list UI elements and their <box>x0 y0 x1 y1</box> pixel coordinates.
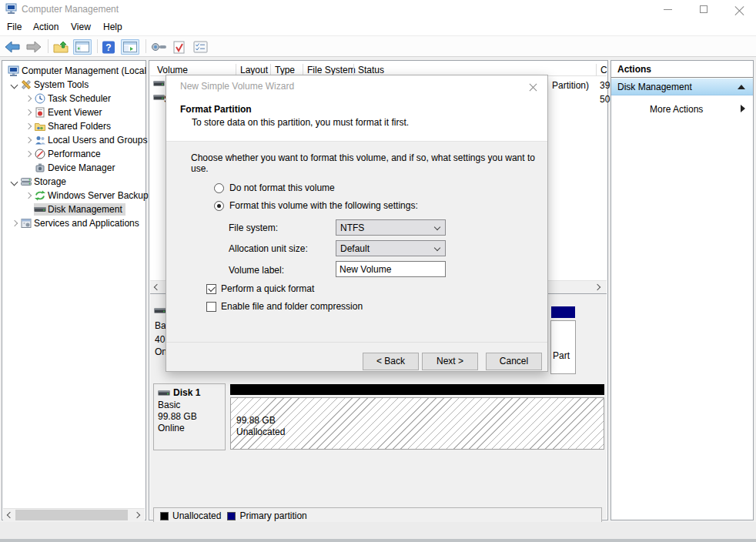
next-button-wizard[interactable]: Next > <box>422 353 478 370</box>
titlebar: Computer Management <box>0 0 756 18</box>
forward-button[interactable] <box>25 39 42 55</box>
tree-item-disk-management[interactable]: Disk Management <box>3 202 145 216</box>
snap-in-button[interactable] <box>150 39 167 55</box>
more-actions-item[interactable]: More Actions <box>611 101 753 118</box>
tree-item-performance[interactable]: Performance <box>3 147 145 161</box>
quick-format-checkbox-row[interactable]: Perform a quick format <box>206 283 314 294</box>
column-file-system[interactable]: File System <box>307 65 356 75</box>
disk0-type-fragment: Ba <box>155 320 166 331</box>
collapse-group-icon[interactable] <box>738 85 745 89</box>
scroll-right-arrow[interactable] <box>133 510 143 520</box>
back-arrow-icon <box>4 41 21 53</box>
checkbox-unchecked-icon[interactable] <box>206 302 216 312</box>
tree-item-device-manager[interactable]: Device Manager <box>3 161 145 175</box>
column-volume[interactable]: Volume <box>157 65 188 75</box>
column-status[interactable]: Status <box>358 65 384 75</box>
show-action-pane-button[interactable] <box>121 39 139 55</box>
computer-icon <box>8 65 22 76</box>
more-actions-label: More Actions <box>650 104 703 115</box>
computer-management-app-icon <box>5 3 18 15</box>
tree-item-shared-folders[interactable]: Shared Folders <box>3 119 145 133</box>
minimize-button[interactable] <box>650 0 685 18</box>
scroll-left-arrow[interactable] <box>152 283 162 293</box>
scroll-right-arrow[interactable] <box>594 283 604 293</box>
toolbar: ? <box>0 36 756 57</box>
tree-horizontal-scrollbar[interactable] <box>3 508 145 521</box>
allocation-unit-size-value: Default <box>340 243 370 254</box>
radio-unchecked-icon[interactable] <box>214 183 224 193</box>
disk0-partition-region[interactable]: Part <box>550 320 576 374</box>
unallocated-swatch <box>160 512 169 520</box>
close-button[interactable] <box>722 0 756 18</box>
show-console-tree-button[interactable] <box>73 39 92 55</box>
wizard-close-icon[interactable] <box>527 81 540 93</box>
tree-item-computer-management[interactable]: Computer Management (Local <box>3 64 145 78</box>
menu-action[interactable]: Action <box>33 22 59 32</box>
tree-item-local-users-and-groups[interactable]: Local Users and Groups <box>3 133 145 147</box>
scrollbar-thumb[interactable] <box>15 510 128 520</box>
tree-item-storage[interactable]: Storage <box>3 175 145 189</box>
column-capacity[interactable]: C <box>600 65 607 75</box>
disk1-label-block[interactable]: Disk 1 Basic 99.88 GB Online <box>153 383 226 450</box>
radio-checked-icon[interactable] <box>214 201 224 211</box>
disk1-region-size: 99.88 GB <box>236 415 276 426</box>
column-separator[interactable] <box>596 64 597 75</box>
tree-item-event-viewer[interactable]: Event Viewer <box>3 105 145 119</box>
chevron-collapsed-icon[interactable] <box>23 121 34 132</box>
tree-item-system-tools[interactable]: System Tools <box>3 78 145 92</box>
menu-file[interactable]: File <box>7 22 22 32</box>
volume-row-icon[interactable] <box>153 93 165 102</box>
radio-format-volume[interactable]: Format this volume with the following se… <box>214 200 418 211</box>
event-viewer-icon <box>34 107 48 118</box>
tree-item-task-scheduler[interactable]: Task Scheduler <box>3 92 145 105</box>
tree-item-windows-server-backup[interactable]: Windows Server Backup <box>3 189 145 202</box>
column-separator[interactable] <box>303 64 303 75</box>
chevron-collapsed-icon[interactable] <box>23 107 34 118</box>
toolbar-separator <box>97 39 98 53</box>
volume-label-input[interactable] <box>336 261 446 277</box>
column-layout[interactable]: Layout <box>240 65 268 75</box>
submenu-arrow-icon[interactable] <box>741 105 745 112</box>
disk1-unallocated-region[interactable]: 99.88 GB Unallocated <box>230 397 604 450</box>
wizard-header: New Simple Volume Wizard Format Partitio… <box>166 75 547 142</box>
checklist-button[interactable] <box>193 39 208 55</box>
menu-view[interactable]: View <box>71 22 91 32</box>
cancel-button-wizard[interactable]: Cancel <box>486 353 542 370</box>
column-type[interactable]: Type <box>275 65 295 75</box>
toolbar-separator <box>146 39 146 53</box>
compression-label: Enable file and folder compression <box>221 301 363 312</box>
chevron-collapsed-icon[interactable] <box>9 218 20 229</box>
chevron-expanded-icon[interactable] <box>9 79 20 90</box>
column-separator[interactable] <box>353 64 354 75</box>
column-separator[interactable] <box>270 64 271 75</box>
tree-item-services-and-applications[interactable]: Services and Applications <box>3 216 145 230</box>
forward-arrow-icon <box>25 41 42 53</box>
shared-folders-icon <box>34 121 48 132</box>
maximize-button[interactable] <box>686 0 721 18</box>
chevron-expanded-icon[interactable] <box>9 176 20 187</box>
up-one-level-button[interactable] <box>53 39 69 55</box>
checkbox-checked-icon[interactable] <box>206 284 216 294</box>
console-tree-pane: Computer Management (Local System Tools … <box>2 60 146 520</box>
actions-group-label: Disk Management <box>617 82 692 92</box>
scroll-left-arrow[interactable] <box>5 510 15 520</box>
radio-do-not-format[interactable]: Do not format this volume <box>214 182 335 193</box>
file-system-select[interactable]: NTFS <box>336 219 446 236</box>
actions-group-disk-management[interactable]: Disk Management <box>611 79 753 95</box>
back-button-wizard[interactable]: < Back <box>363 353 419 370</box>
menu-help[interactable]: Help <box>103 22 122 32</box>
chevron-collapsed-icon[interactable] <box>23 190 34 201</box>
chevron-collapsed-icon[interactable] <box>23 149 34 159</box>
computer-management-window: Computer Management File Action View Hel… <box>0 0 756 542</box>
allocation-unit-size-select[interactable]: Default <box>336 240 446 256</box>
new-simple-volume-wizard-dialog: New Simple Volume Wizard Format Partitio… <box>166 75 548 372</box>
compression-checkbox-row[interactable]: Enable file and folder compression <box>206 301 363 312</box>
help-button[interactable]: ? <box>102 39 115 55</box>
column-separator[interactable] <box>236 64 236 75</box>
validate-button[interactable] <box>172 39 186 55</box>
volume-row-icon[interactable] <box>153 79 165 88</box>
chevron-collapsed-icon[interactable] <box>23 93 34 104</box>
back-button[interactable] <box>4 39 21 55</box>
chevron-collapsed-icon[interactable] <box>23 135 34 146</box>
expander-spacer <box>23 204 34 215</box>
